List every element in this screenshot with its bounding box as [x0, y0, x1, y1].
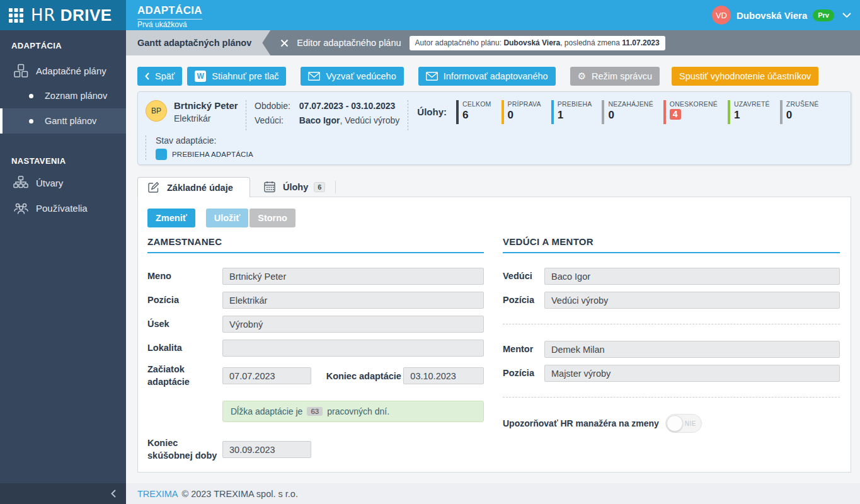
bullet-icon	[29, 94, 33, 98]
sidebar-collapse[interactable]	[0, 483, 126, 504]
stat-celkom: CELKOM6	[456, 100, 491, 124]
zaciatok-field[interactable]: 07.07.2023	[222, 367, 311, 384]
chevron-left-icon	[145, 72, 149, 80]
user-name: Dubovská Viera	[737, 10, 807, 21]
adaptation-length-info: Dĺžka adaptácie je 63 pracovných dní.	[222, 401, 484, 422]
lokalita-field[interactable]	[222, 340, 484, 357]
admin-label: Režim správcu	[592, 71, 652, 81]
word-icon: W	[195, 71, 206, 82]
info-prefix: Dĺžka adaptácie je	[231, 406, 302, 416]
bullet-icon	[29, 119, 33, 123]
tab-editor-label: Editor adaptačného plánu	[297, 38, 401, 48]
field-label: Mentor	[503, 343, 544, 356]
admin-mode-button[interactable]: ⚙ Režim správcu	[570, 67, 660, 86]
tab-zakladne-udaje[interactable]: Základné údaje	[137, 177, 250, 197]
logo-hr: HR	[31, 6, 56, 25]
info-panel: BP Brtnický Peter Elektrikár Obdobie: 07…	[137, 91, 851, 165]
sidebar-section-nastavenia: NASTAVENIA	[0, 134, 126, 170]
usek-field[interactable]: Výrobný	[222, 316, 484, 333]
gear-icon: ⚙	[578, 71, 586, 82]
task-stats: CELKOM6PRÍPRAVA0PREBIEHA1NEZAHÁJENÉ0ONES…	[456, 100, 828, 130]
change-button[interactable]: Zmeniť	[147, 209, 195, 227]
field-label: Pozícia	[503, 367, 544, 380]
sidebar-item-label: Zoznam plánov	[45, 91, 107, 101]
trexima-link[interactable]: TREXIMA	[137, 489, 178, 499]
period-label: Obdobie:	[255, 101, 290, 111]
meno-field[interactable]: Brtnický Peter	[222, 268, 484, 285]
tab-ulohy[interactable]: Úlohy 6	[250, 177, 335, 197]
inform-adapted-button[interactable]: Informovať adaptovaného	[418, 67, 556, 86]
evaluate-button[interactable]: Spustiť vyhodnotenie účastníkov	[672, 67, 818, 86]
user-badge: Prv	[813, 9, 834, 21]
download-print-button[interactable]: W Stiahnuť pre tlač	[187, 67, 286, 86]
page-subtitle: Prvá ukážková	[137, 20, 187, 29]
grid-icon	[8, 8, 24, 23]
employee-position: Elektrikár	[174, 113, 238, 123]
chevron-left-icon	[111, 490, 116, 498]
field-label: Úsek	[147, 318, 222, 331]
author-badge: Autor adaptačného plánu: Dubovská Viera,…	[410, 36, 665, 50]
days-badge: 63	[307, 407, 323, 416]
sidebar-section-adaptacia: ADAPTÁCIA	[0, 30, 126, 58]
field-label: Meno	[147, 270, 222, 283]
save-button[interactable]: Uložiť	[206, 209, 249, 227]
stat-zrušené: ZRUŠENÉ0	[780, 100, 819, 124]
breadcrumb-bar: Gantt adaptačných plánov Editor adaptačn…	[126, 30, 860, 55]
notify-hr-toggle[interactable]: NIE	[665, 414, 702, 433]
sidebar-item-gantt-planov[interactable]: Gantt plánov	[0, 108, 126, 134]
koniec-field[interactable]: 03.10.2023	[403, 367, 484, 384]
inform-label: Informovať adaptovaného	[444, 71, 548, 81]
sidebar-item-label: Používatelia	[36, 203, 88, 214]
form-buttons: Zmeniť Uložiť Storno	[147, 209, 839, 227]
divider	[408, 100, 408, 130]
period-value: 07.07.2023 - 03.10.2023	[299, 101, 400, 111]
tab-arrow	[262, 30, 270, 55]
sidebar-item-utvary[interactable]: Útvary	[0, 170, 126, 195]
user-menu[interactable]: VD Dubovská Viera Prv	[712, 0, 851, 30]
logo-drive: DRIVE	[60, 6, 112, 25]
mentor-field[interactable]: Demek Milan	[544, 341, 840, 358]
info-suffix: pracovných dní.	[327, 406, 389, 416]
sidebar-item-label: Gantt plánov	[45, 116, 96, 126]
lead-value: Baco Igor, Vedúci výroby	[299, 115, 400, 125]
evaluate-label: Spustiť vyhodnotenie účastníkov	[679, 71, 811, 81]
invite-lead-button[interactable]: Vyzvať vedúceho	[301, 67, 403, 86]
author-label: Autor adaptačného plánu:	[415, 38, 502, 47]
invite-label: Vyzvať vedúceho	[326, 71, 396, 81]
pozicia-field[interactable]: Elektrikár	[222, 292, 484, 309]
tab-gantt-planov[interactable]: Gantt adaptačných plánov	[126, 30, 270, 55]
section-title: VEDÚCI A MENTOR	[503, 236, 840, 253]
mentor-pozicia-field[interactable]: Majster výroby	[544, 365, 840, 382]
status-label: Stav adaptácie:	[156, 135, 851, 146]
veduci-field[interactable]: Baco Igor	[544, 268, 840, 285]
envelope-icon	[308, 72, 320, 81]
sidebar-item-adaptacne-plany[interactable]: Adaptačné plány	[0, 58, 126, 83]
page-title: ADAPTÁCIA	[137, 4, 202, 20]
sidebar: HR DRIVE ADAPTÁCIA Adaptačné plány Zozna…	[0, 0, 126, 504]
back-label: Späť	[155, 71, 175, 81]
stat-uzavreté: UZAVRETÉ1	[728, 100, 770, 124]
field-label: Pozícia	[147, 294, 222, 307]
chevron-down-icon	[842, 13, 851, 18]
divider	[503, 324, 840, 324]
users-icon	[13, 202, 29, 215]
main-content: Späť W Stiahnuť pre tlač Vyzvať vedúceho…	[126, 55, 860, 483]
close-icon[interactable]	[280, 39, 289, 47]
stat-nezahájené: NEZAHÁJENÉ0	[602, 100, 653, 124]
header: ADAPTÁCIA Prvá ukážková VD Dubovská Vier…	[126, 0, 860, 30]
stat-príprava: PRÍPRAVA0	[502, 100, 541, 124]
sidebar-item-pouzivatelia[interactable]: Používatelia	[0, 195, 126, 220]
back-button[interactable]: Späť	[137, 67, 182, 86]
avatar: VD	[712, 6, 731, 25]
skusobna-field[interactable]: 30.09.2023	[222, 441, 311, 458]
author-name: Dubovská Viera	[503, 38, 560, 47]
employee-section: ZAMESTNANEC Meno Brtnický Peter Pozícia …	[147, 236, 484, 469]
tab-label: Gantt adaptačných plánov	[137, 38, 251, 48]
footer: TREXIMA © 2023 TREXIMA spol. s r.o.	[126, 483, 860, 504]
veduci-pozicia-field[interactable]: Vedúci výroby	[544, 292, 840, 309]
sidebar-item-label: Útvary	[36, 178, 63, 188]
copyright: © 2023 TREXIMA spol. s r.o.	[181, 489, 298, 499]
sidebar-item-zoznam-planov[interactable]: Zoznam plánov	[0, 83, 126, 108]
tasks-label: Úlohy:	[417, 106, 447, 130]
cancel-button[interactable]: Storno	[249, 209, 295, 227]
